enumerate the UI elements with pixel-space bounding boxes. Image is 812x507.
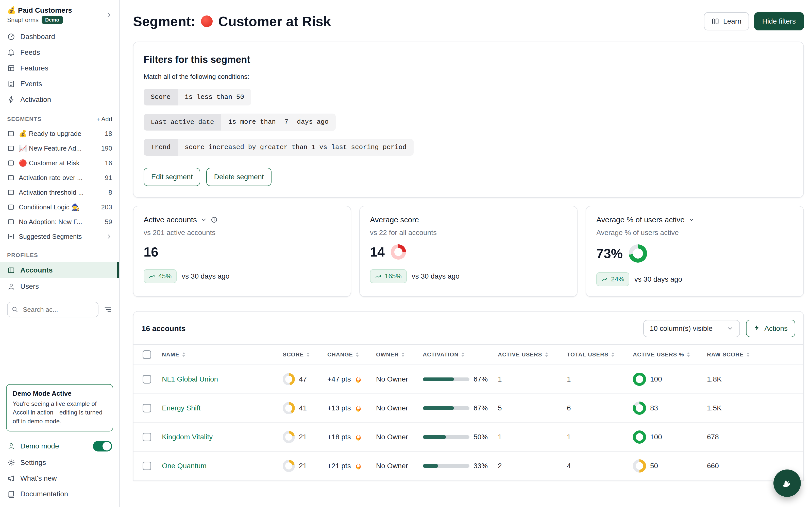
segment-icon — [7, 145, 15, 152]
help-fab[interactable] — [773, 469, 801, 497]
edit-segment-button[interactable]: Edit segment — [144, 168, 200, 186]
score-value: 21 — [299, 433, 307, 441]
row-checkbox[interactable] — [143, 433, 151, 441]
sidebar-item-events[interactable]: Events — [0, 76, 119, 92]
segment-count: 16 — [105, 159, 112, 167]
sidebar-item-users[interactable]: Users — [0, 278, 119, 294]
activation-bar — [423, 435, 469, 439]
footer-label: What's new — [20, 474, 57, 483]
demo-mode-toggle[interactable] — [93, 441, 112, 451]
active-pct-value: 83 — [650, 404, 658, 412]
segment-count: 59 — [105, 218, 112, 226]
book-icon — [7, 490, 15, 498]
column-header-score[interactable]: Score — [277, 344, 322, 365]
add-segment-button[interactable]: + Add — [96, 116, 112, 123]
sort-icon — [401, 352, 405, 357]
suggested-segments-label: Suggested Segments — [19, 233, 101, 240]
table-row: Energy Shift 41 +13 pts No Owner 67% 5 6… — [134, 394, 803, 422]
column-header-active-users[interactable]: Active Users — [493, 344, 562, 365]
actions-label: Actions — [764, 325, 788, 333]
info-icon[interactable] — [211, 216, 218, 223]
sort-icon — [461, 352, 465, 357]
delete-segment-button[interactable]: Delete segment — [206, 168, 271, 186]
sidebar-segment-activation-threshold[interactable]: Activation threshold ... 8 — [0, 185, 119, 200]
row-checkbox[interactable] — [143, 462, 151, 470]
sidebar-item-features[interactable]: Features — [0, 60, 119, 76]
delta-badge: 45% — [144, 269, 176, 283]
sidebar-item-accounts[interactable]: Accounts — [0, 262, 119, 278]
activation-bar — [423, 378, 469, 381]
dashboard-icon — [7, 33, 15, 41]
account-name-link[interactable]: One Quantum — [162, 462, 207, 470]
sidebar-item-dashboard[interactable]: Dashboard — [0, 29, 119, 45]
active-users-value: 5 — [493, 394, 562, 422]
delta-badge: 24% — [596, 272, 629, 286]
document-icon — [7, 80, 15, 88]
delta-badge: 165% — [370, 269, 407, 283]
chevron-down-icon[interactable] — [688, 217, 695, 223]
account-name-link[interactable]: Energy Shift — [162, 404, 201, 412]
sidebar-item-whats-new[interactable]: What's new — [0, 470, 119, 486]
lightning-icon — [754, 324, 760, 333]
row-checkbox[interactable] — [143, 375, 151, 384]
learn-button[interactable]: Learn — [704, 12, 749, 31]
profiles-title: PROFILES — [7, 252, 38, 259]
filter-list-icon[interactable] — [104, 305, 112, 314]
red-circle-emoji — [201, 15, 213, 27]
activation-bar — [423, 406, 469, 410]
sidebar-segment-activation-rate[interactable]: Activation rate over ... 91 — [0, 170, 119, 185]
sidebar-item-settings[interactable]: Settings — [0, 455, 119, 470]
delta-note: vs 30 days ago — [182, 272, 230, 280]
sidebar-segment-new-feature[interactable]: 📈 New Feature Ad... 190 — [0, 141, 119, 156]
columns-visible-select[interactable]: 10 column(s) visible — [643, 320, 740, 337]
segment-label: 💰 Ready to upgrade — [19, 130, 101, 138]
sidebar-item-feeds[interactable]: Feeds — [0, 45, 119, 60]
workspace-switcher[interactable]: 💰 Paid Customers SnapForms Demo — [0, 4, 119, 29]
profile-label: Users — [20, 282, 39, 290]
sort-icon — [545, 352, 548, 357]
column-header-name[interactable]: Name — [157, 344, 277, 365]
segment-label: Activation threshold ... — [19, 188, 105, 196]
suggested-segments-icon — [7, 233, 15, 240]
condition-rule: is less than 50 — [177, 89, 251, 105]
active-pct-donut — [633, 402, 646, 415]
sidebar-suggested-segments[interactable]: Suggested Segments — [0, 229, 119, 244]
sidebar-segment-no-adoption[interactable]: No Adoption: New F... 59 — [0, 215, 119, 229]
search-icon — [11, 306, 18, 313]
nav-label: Dashboard — [20, 33, 55, 41]
account-name-link[interactable]: Kingdom Vitality — [162, 433, 213, 441]
actions-button[interactable]: Actions — [746, 320, 795, 337]
score-value: 41 — [299, 404, 307, 412]
total-users-value: 1 — [562, 365, 628, 394]
sidebar-segment-conditional-logic[interactable]: Conditional Logic 🧙 203 — [0, 200, 119, 215]
sort-icon — [356, 352, 359, 357]
sidebar-segment-customer-at-risk[interactable]: 🔴 Customer at Risk 16 — [0, 156, 119, 170]
select-all-checkbox[interactable] — [143, 350, 151, 359]
column-header-active-users-pct[interactable]: Active Users % — [628, 344, 702, 365]
condition-rule: score increased by greater than 1 vs las… — [177, 139, 414, 156]
trending-up-icon — [149, 273, 155, 280]
column-header-activation[interactable]: Activation — [418, 344, 493, 365]
users-icon — [7, 282, 15, 290]
sidebar-segment-ready-to-upgrade[interactable]: 💰 Ready to upgrade 18 — [0, 126, 119, 141]
owner-value: No Owner — [371, 365, 418, 394]
segment-label: 📈 New Feature Ad... — [19, 145, 97, 152]
row-checkbox[interactable] — [143, 404, 151, 412]
activation-bar — [423, 464, 469, 468]
sidebar-item-activation[interactable]: Activation — [0, 92, 119, 108]
sidebar-item-documentation[interactable]: Documentation — [0, 486, 119, 502]
chevron-down-icon — [727, 325, 733, 332]
column-header-raw-score[interactable]: Raw Score — [702, 344, 803, 365]
column-header-change[interactable]: Change — [322, 344, 371, 365]
active-users-value: 2 — [493, 451, 562, 481]
account-name-link[interactable]: NL1 Global Union — [162, 375, 218, 383]
active-pct-donut — [629, 244, 647, 263]
search-input[interactable] — [7, 302, 98, 318]
column-header-total-users[interactable]: Total Users — [562, 344, 628, 365]
hide-filters-button[interactable]: Hide filters — [754, 12, 804, 31]
owner-value: No Owner — [371, 451, 418, 481]
chevron-down-icon[interactable] — [200, 217, 207, 223]
column-header-owner[interactable]: Owner — [371, 344, 418, 365]
megaphone-icon — [7, 474, 15, 483]
page-title: Segment: Customer at Risk — [133, 13, 331, 29]
